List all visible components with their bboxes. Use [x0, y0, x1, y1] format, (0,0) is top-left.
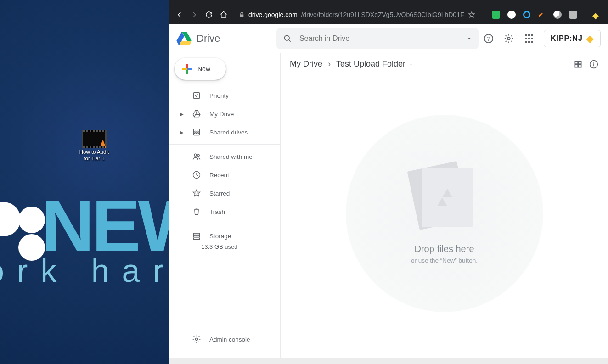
- sidebar-item-label: Shared with me: [209, 153, 253, 160]
- empty-state-subtitle: or use the “New” button.: [411, 257, 478, 264]
- sidebar-item-label: Priority: [209, 92, 229, 99]
- search-icon: [283, 34, 292, 43]
- svg-point-3: [507, 37, 510, 40]
- support-icon[interactable]: ?: [483, 33, 494, 44]
- account-avatar-icon: ◆: [586, 33, 594, 44]
- priority-icon: [192, 91, 201, 100]
- storage-used-label: 13.3 GB used: [169, 243, 280, 250]
- breadcrumb-current-label: Test Upload Folder: [336, 59, 405, 69]
- view-grid-icon[interactable]: [573, 59, 583, 69]
- video-thumbnail-icon: [82, 130, 107, 148]
- svg-point-7: [197, 131, 198, 133]
- empty-folder-state[interactable]: Drop files here or use the “New” button.: [281, 75, 608, 358]
- wallpaper-text-sub: ork har: [0, 252, 169, 289]
- trash-icon: [192, 207, 201, 216]
- sidebar-item-starred[interactable]: Starred: [169, 184, 280, 202]
- tab-strip[interactable]: [169, 0, 608, 6]
- svg-point-14: [196, 338, 198, 341]
- svg-point-8: [194, 154, 197, 156]
- chevron-right-icon: ›: [328, 59, 331, 69]
- drive-sidebar: New Priority ▶ My Drive ▶ Shared drives: [169, 53, 280, 358]
- svg-rect-11: [193, 233, 199, 235]
- svg-rect-12: [193, 235, 199, 237]
- windows-desktop[interactable]: NEW ork har How to Audit for Tier 1: [0, 0, 169, 364]
- bookmark-star-icon[interactable]: [468, 11, 475, 18]
- shared-drives-icon: [192, 128, 201, 137]
- svg-rect-15: [575, 61, 578, 64]
- account-badge[interactable]: KIPP:NJ ◆: [544, 30, 601, 47]
- extension-square-icon[interactable]: [569, 11, 577, 19]
- storage-icon: [192, 231, 201, 241]
- desktop-file-video[interactable]: How to Audit for Tier 1: [78, 130, 110, 162]
- account-org-label: KIPP:NJ: [551, 34, 583, 43]
- svg-text:?: ?: [487, 35, 490, 42]
- nav-back-button[interactable]: [175, 10, 185, 20]
- drive-app: Drive ?: [169, 24, 608, 364]
- expand-icon[interactable]: ▶: [180, 112, 184, 117]
- sidebar-item-priority[interactable]: Priority: [169, 86, 280, 105]
- nav-forward-button[interactable]: [189, 10, 199, 20]
- starred-icon: [192, 189, 201, 198]
- sidebar-item-shared-drives[interactable]: ▶ Shared drives: [169, 123, 280, 141]
- google-apps-icon[interactable]: [524, 33, 535, 44]
- nav-reload-button[interactable]: [204, 10, 214, 20]
- svg-rect-4: [193, 92, 199, 98]
- sidebar-item-label: Trash: [209, 208, 225, 215]
- shared-with-me-icon: [192, 152, 201, 161]
- svg-rect-17: [575, 64, 578, 67]
- extension-map-pin-icon[interactable]: [507, 11, 516, 19]
- address-bar[interactable]: drive.google.com/drive/folders/12u91LSDX…: [233, 8, 481, 22]
- svg-point-0: [284, 35, 289, 40]
- browser-toolbar: drive.google.com/drive/folders/12u91LSDX…: [169, 6, 608, 24]
- svg-point-9: [197, 154, 199, 156]
- new-button-label: New: [197, 65, 210, 73]
- extension-evernote-icon[interactable]: [492, 11, 500, 19]
- svg-rect-13: [193, 238, 199, 239]
- breadcrumb-root[interactable]: My Drive: [290, 59, 322, 69]
- svg-rect-16: [579, 61, 581, 64]
- extension-tray: ✔ ◆ ⋮: [485, 10, 608, 19]
- search-bar[interactable]: [276, 28, 479, 49]
- sidebar-item-label: Starred: [209, 190, 230, 197]
- view-details-icon[interactable]: [589, 59, 599, 69]
- sidebar-item-label: My Drive: [209, 111, 234, 118]
- sidebar-item-trash[interactable]: Trash: [169, 202, 280, 221]
- recent-icon: [192, 170, 201, 179]
- extension-flame-icon[interactable]: ✔: [538, 11, 546, 19]
- breadcrumb-current[interactable]: Test Upload Folder: [336, 59, 414, 69]
- admin-console-icon: [192, 335, 201, 344]
- svg-rect-21: [593, 62, 594, 63]
- drive-logo[interactable]: Drive: [176, 32, 272, 45]
- search-options-icon[interactable]: [467, 36, 472, 41]
- drive-header: Drive ?: [169, 24, 608, 53]
- sidebar-item-label: Storage: [209, 233, 231, 240]
- my-drive-icon: [192, 109, 201, 118]
- drive-logo-icon: [176, 32, 192, 45]
- sidebar-item-storage[interactable]: Storage: [169, 227, 280, 245]
- sidebar-item-my-drive[interactable]: ▶ My Drive: [169, 105, 280, 123]
- expand-icon[interactable]: ▶: [180, 130, 184, 135]
- breadcrumb-bar: My Drive › Test Upload Folder: [281, 53, 608, 75]
- lock-icon: [239, 12, 245, 18]
- sidebar-item-admin-console[interactable]: Admin console: [169, 330, 280, 348]
- logo-dot: [0, 202, 21, 236]
- settings-gear-icon[interactable]: [503, 33, 514, 44]
- empty-state-title: Drop files here: [414, 244, 474, 254]
- sidebar-item-recent[interactable]: Recent: [169, 166, 280, 184]
- horizontal-scrollbar[interactable]: [169, 358, 608, 364]
- extension-moon-icon[interactable]: [553, 11, 562, 19]
- plus-icon: [182, 64, 192, 74]
- svg-rect-18: [579, 64, 581, 67]
- drive-product-name: Drive: [197, 33, 220, 45]
- empty-illustration: Drop files here or use the “New” button.: [346, 115, 543, 312]
- drive-triangle-icon: [437, 189, 457, 206]
- search-input[interactable]: [299, 34, 459, 43]
- nav-home-button[interactable]: [219, 10, 229, 20]
- new-button[interactable]: New: [175, 58, 226, 80]
- profile-avatar-icon[interactable]: ◆: [592, 11, 601, 19]
- extension-circle-icon[interactable]: [523, 11, 530, 18]
- svg-rect-20: [593, 63, 594, 66]
- sidebar-item-label: Shared drives: [209, 129, 248, 136]
- sidebar-item-shared-with-me[interactable]: Shared with me: [169, 147, 280, 166]
- svg-point-6: [195, 131, 196, 133]
